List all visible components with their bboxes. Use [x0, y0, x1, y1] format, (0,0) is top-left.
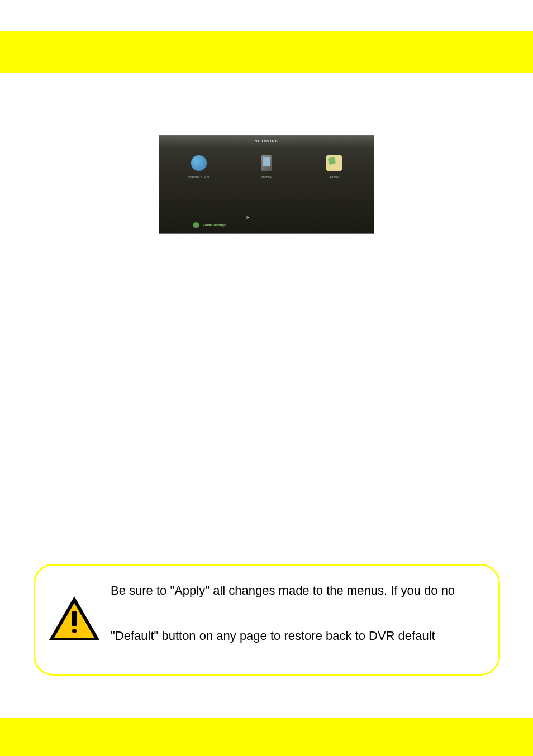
menu-item-email: Email: [312, 155, 356, 179]
globe-icon: [191, 155, 207, 171]
email-icon: [326, 155, 342, 171]
warning-triangle-icon: [49, 596, 99, 641]
cursor-icon: ➤: [246, 215, 248, 217]
header-bar: [0, 0, 533, 73]
menu-item-label: Internet / LAN: [177, 175, 221, 179]
menu-items-row: Internet / LAN Mobile Email: [159, 147, 374, 179]
footer-label: Email Settings: [203, 223, 226, 227]
speech-bubble-icon: [193, 222, 199, 228]
menu-item-label: Email: [312, 175, 356, 179]
screenshot-footer: Email Settings: [193, 222, 226, 228]
callout-line-1: Be sure to "Apply" all changes made to t…: [111, 582, 482, 600]
warning-callout: Be sure to "Apply" all changes made to t…: [34, 564, 500, 676]
menu-item-label: Mobile: [244, 175, 289, 179]
screenshot-title: NETWORK: [159, 136, 374, 147]
mobile-icon: [261, 155, 272, 171]
menu-item-internet-lan: Internet / LAN: [177, 155, 221, 179]
callout-line-2: "Default" button on any page to restore …: [111, 628, 482, 645]
network-menu-screenshot: NETWORK Internet / LAN Mobile Email ➤ Em…: [159, 135, 374, 234]
menu-item-mobile: Mobile: [244, 155, 289, 179]
footer-bar: [0, 718, 533, 756]
